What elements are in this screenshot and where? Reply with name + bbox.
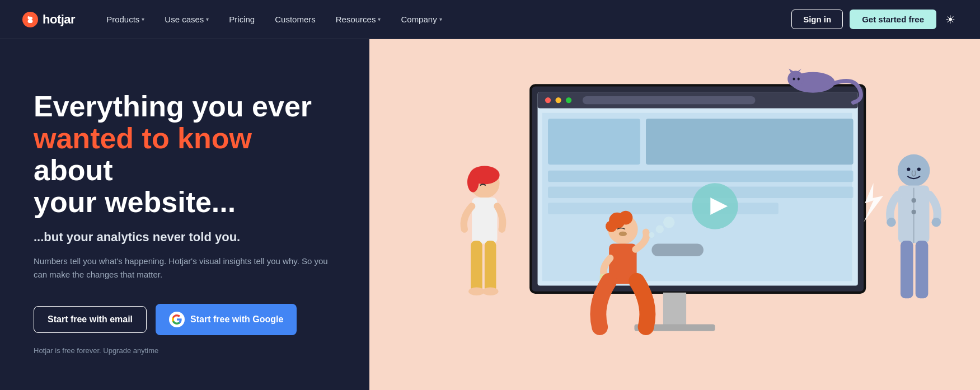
nav-item-resources[interactable]: Resources ▾ [327,10,390,29]
nav-item-company[interactable]: Company ▾ [392,10,451,29]
svg-rect-12 [548,119,640,165]
svg-point-21 [787,71,804,87]
svg-rect-4 [663,293,686,327]
svg-rect-29 [472,198,497,243]
nav-item-usecases[interactable]: Use cases ▾ [156,10,218,29]
svg-point-42 [656,225,664,233]
free-note: Hotjar is free forever. Upgrade anytime [34,346,336,355]
get-started-button[interactable]: Get started free [850,10,936,29]
svg-point-25 [798,77,800,80]
svg-point-32 [468,288,485,295]
hero-svg-illustration [369,39,980,390]
svg-point-43 [663,217,675,228]
svg-point-46 [917,168,921,171]
nav-item-products[interactable]: Products ▾ [97,10,153,29]
svg-rect-54 [916,241,929,298]
signin-button[interactable]: Sign in [791,10,843,29]
hero-subtitle: ...but your analytics never told you. [34,230,336,245]
hotjar-logo-icon [22,12,38,27]
svg-point-33 [482,288,499,295]
nav-actions: Sign in Get started free ☀ [791,10,958,29]
hero-left: Everything you ever wanted to know about… [0,39,369,390]
logo[interactable]: hotjar [22,12,75,27]
hero-description: Numbers tell you what's happening. Hotja… [34,255,336,281]
svg-point-51 [887,218,895,227]
hero-right [369,39,980,390]
svg-rect-10 [583,96,756,104]
svg-rect-16 [548,203,779,214]
theme-toggle-button[interactable]: ☀ [943,11,958,29]
svg-point-37 [606,220,617,232]
svg-point-41 [649,232,654,238]
google-logo-svg [172,314,182,325]
svg-point-28 [467,172,479,192]
chevron-down-icon: ▾ [439,16,442,22]
cta-buttons: Start free with email Start free with Go… [34,304,336,335]
chevron-down-icon: ▾ [142,16,144,22]
svg-point-7 [545,97,551,103]
hero-section: Everything you ever wanted to know about… [0,39,980,390]
nav-item-customers[interactable]: Customers [266,10,325,29]
navbar: hotjar Products ▾ Use cases ▾ Pricing Cu… [0,0,980,39]
svg-point-9 [566,97,571,103]
chevron-down-icon: ▾ [378,16,381,22]
svg-rect-53 [901,241,913,298]
hero-title: Everything you ever wanted to know about… [34,91,336,219]
nav-item-pricing[interactable]: Pricing [220,10,264,29]
chevron-down-icon: ▾ [206,16,209,22]
hero-illustration [369,39,980,390]
svg-point-8 [555,97,561,103]
svg-point-49 [912,198,916,203]
svg-rect-30 [471,241,482,293]
svg-point-44 [898,154,930,187]
svg-point-38 [619,232,627,236]
svg-rect-19 [651,243,704,256]
start-email-button[interactable]: Start free with email [34,306,147,333]
svg-point-52 [932,218,941,227]
nav-links: Products ▾ Use cases ▾ Pricing Customers… [97,10,791,29]
svg-point-36 [619,211,633,225]
svg-point-24 [793,77,795,80]
svg-rect-14 [548,171,853,182]
google-icon [169,312,185,327]
svg-rect-13 [646,119,854,165]
svg-point-45 [907,168,910,171]
svg-rect-31 [485,241,496,293]
svg-point-50 [912,210,916,214]
start-google-button[interactable]: Start free with Google [156,304,297,335]
logo-text: hotjar [43,12,75,27]
